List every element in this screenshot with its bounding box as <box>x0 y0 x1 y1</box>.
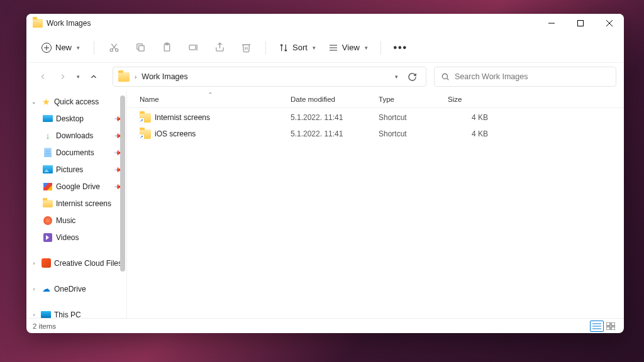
quick-access-label: Quick access <box>54 97 99 106</box>
column-type[interactable]: Type <box>374 96 443 103</box>
folder-shortcut-icon: ↗ <box>140 129 151 139</box>
more-button[interactable]: ••• <box>389 37 413 58</box>
expand-icon[interactable]: › <box>30 312 38 318</box>
document-icon <box>44 148 52 157</box>
sidebar-item-onedrive[interactable]: ›☁OneDrive <box>26 280 126 297</box>
folder-icon <box>118 72 130 82</box>
search-input[interactable] <box>455 72 609 81</box>
sidebar-item-pictures[interactable]: Pictures📌 <box>26 161 126 178</box>
sort-button[interactable]: Sort ▾ <box>274 39 321 57</box>
address-bar[interactable]: › Work Images ▾ <box>113 67 426 87</box>
plus-icon <box>42 43 52 53</box>
new-button[interactable]: New ▾ <box>35 39 86 57</box>
file-row[interactable]: ↗Internist screens 5.1.2022. 11:41 Short… <box>127 109 624 126</box>
svg-rect-8 <box>138 46 144 52</box>
svg-rect-24 <box>606 327 610 330</box>
sort-label: Sort <box>292 43 308 52</box>
refresh-button[interactable] <box>403 68 421 85</box>
collapse-icon[interactable]: ⌄ <box>30 99 38 105</box>
sidebar-item-documents[interactable]: Documents📌 <box>26 144 126 161</box>
column-size[interactable]: Size <box>443 96 493 103</box>
rename-button[interactable] <box>181 37 205 58</box>
google-drive-icon <box>43 183 52 190</box>
file-row[interactable]: ↗iOS screens 5.1.2022. 11:41 Shortcut 4 … <box>127 126 624 142</box>
maximize-button[interactable] <box>566 14 595 33</box>
search-icon <box>441 72 450 81</box>
sidebar-item-downloads[interactable]: ↓Downloads📌 <box>26 127 126 144</box>
expand-icon[interactable]: › <box>30 286 38 292</box>
toolbar: New ▾ Sort ▾ View ▾ ••• <box>26 33 624 63</box>
svg-line-18 <box>447 79 449 80</box>
column-headers: Name⌃ Date modified Type Size <box>127 90 624 108</box>
copy-button[interactable] <box>128 37 152 58</box>
search-box[interactable] <box>434 67 616 87</box>
details-view-button[interactable] <box>590 321 604 332</box>
close-button[interactable] <box>595 14 624 33</box>
minimize-button[interactable] <box>537 14 566 33</box>
svg-point-17 <box>442 74 447 79</box>
column-date[interactable]: Date modified <box>286 96 374 103</box>
sidebar-item-videos[interactable]: Videos <box>26 229 126 246</box>
chevron-down-icon[interactable]: ▾ <box>395 74 398 80</box>
content-pane: Name⌃ Date modified Type Size ↗Internist… <box>127 90 624 318</box>
back-button[interactable] <box>34 68 52 85</box>
expand-icon[interactable]: › <box>30 260 38 266</box>
sidebar-scrollbar[interactable] <box>119 96 126 318</box>
star-icon: ★ <box>41 97 51 107</box>
item-count: 2 items <box>33 322 56 330</box>
sidebar-item-this-pc[interactable]: ›This PC <box>26 306 126 318</box>
sidebar-item-creative-cloud[interactable]: ›Creative Cloud Files <box>26 255 126 272</box>
creative-cloud-icon <box>42 258 51 268</box>
svg-line-6 <box>112 44 116 50</box>
up-button[interactable] <box>85 68 103 85</box>
forward-button[interactable] <box>54 68 72 85</box>
file-list: ↗Internist screens 5.1.2022. 11:41 Short… <box>127 108 624 318</box>
window-controls <box>537 14 624 33</box>
download-icon: ↓ <box>43 131 53 141</box>
sidebar-item-music[interactable]: Music <box>26 212 126 229</box>
video-icon <box>43 233 52 242</box>
svg-rect-11 <box>189 45 196 50</box>
column-name[interactable]: Name⌃ <box>135 96 286 103</box>
music-icon <box>43 216 52 225</box>
svg-rect-22 <box>606 322 610 326</box>
desktop-icon <box>43 115 53 122</box>
delete-button[interactable] <box>234 37 258 58</box>
cut-button[interactable] <box>102 37 126 58</box>
list-icon <box>328 43 338 53</box>
titlebar: Work Images <box>26 14 624 33</box>
recent-locations-button[interactable]: ▾ <box>77 74 80 80</box>
status-bar: 2 items <box>26 318 624 333</box>
thumbnails-view-button[interactable] <box>604 321 618 332</box>
svg-line-7 <box>111 44 116 50</box>
paste-button[interactable] <box>155 37 179 58</box>
explorer-body: ⌄ ★ Quick access Desktop📌 ↓Downloads📌 Do… <box>26 90 624 318</box>
share-button[interactable] <box>208 37 231 58</box>
folder-shortcut-icon: ↗ <box>140 113 151 123</box>
sidebar-item-internist-screens[interactable]: Internist screens <box>26 195 126 212</box>
svg-rect-25 <box>611 327 615 330</box>
folder-icon <box>43 200 53 207</box>
svg-rect-23 <box>611 322 615 326</box>
pictures-icon <box>43 165 53 173</box>
file-explorer-window: Work Images New ▾ Sort ▾ View ▾ <box>26 14 624 333</box>
chevron-down-icon: ▾ <box>313 45 316 51</box>
breadcrumb-separator: › <box>135 74 136 80</box>
chevron-down-icon: ▾ <box>77 45 80 51</box>
sort-icon <box>279 43 289 53</box>
divider <box>265 41 266 55</box>
sidebar-item-desktop[interactable]: Desktop📌 <box>26 110 126 127</box>
svg-rect-1 <box>578 21 584 26</box>
quick-access[interactable]: ⌄ ★ Quick access <box>26 93 126 110</box>
pc-icon <box>41 311 51 318</box>
sort-indicator: ⌃ <box>208 92 213 97</box>
onedrive-icon: ☁ <box>41 284 51 294</box>
new-label: New <box>55 43 72 52</box>
view-button[interactable]: View ▾ <box>323 39 373 57</box>
sidebar-item-google-drive[interactable]: Google Drive📌 <box>26 178 126 195</box>
navigation-pane: ⌄ ★ Quick access Desktop📌 ↓Downloads📌 Do… <box>26 90 127 318</box>
breadcrumb-current[interactable]: Work Images <box>142 72 187 81</box>
divider <box>94 41 94 55</box>
view-label: View <box>342 43 360 52</box>
navigation-bar: ▾ › Work Images ▾ <box>26 63 624 90</box>
